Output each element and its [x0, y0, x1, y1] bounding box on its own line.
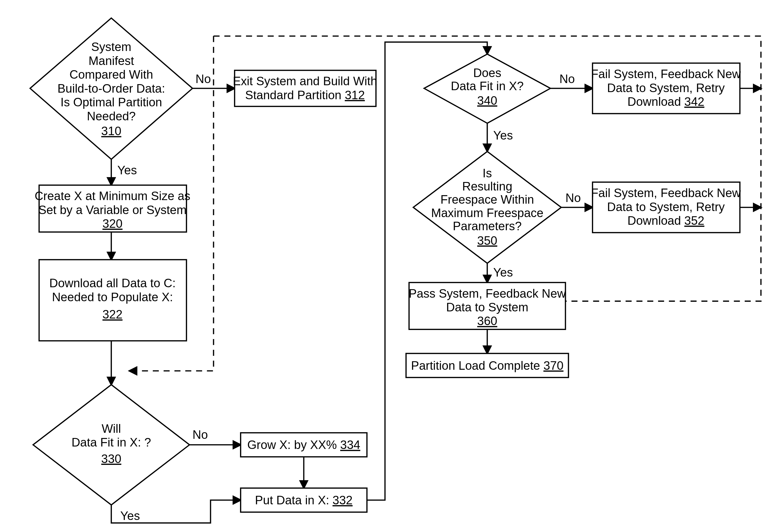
process-370: Partition Load Complete 370 [406, 353, 568, 378]
n342-ref: 342 [684, 95, 704, 108]
n340-ref: 340 [477, 94, 497, 107]
n352-ref: 352 [684, 214, 704, 227]
n360-ref: 360 [477, 314, 497, 328]
n334-text: Grow X: by XX% [247, 438, 337, 451]
process-322: Download all Data to C: Needed to Popula… [39, 260, 186, 341]
n342-l3: Download [628, 95, 681, 108]
edge-340-yes-label: Yes [493, 128, 513, 142]
process-332: Put Data in X: 332 [241, 488, 367, 512]
process-342: Fail System, Feedback New Data to System… [591, 63, 741, 113]
n350-l4: Maximum Freespace [431, 206, 543, 220]
n350-l2: Resulting [462, 180, 512, 193]
n312-l1: Exit System and Build With [233, 74, 378, 88]
n350-ref: 350 [477, 234, 497, 247]
process-360: Pass System, Feedback New Data to System… [409, 282, 566, 330]
n340-l2: Data Fit in X? [451, 79, 524, 92]
n320-l2: Set by a Variable or System [38, 203, 186, 217]
n330-l2: Data Fit in X: ? [72, 435, 151, 449]
n352-l3: Download [628, 214, 681, 227]
n342-l2: Data to System, Retry [607, 81, 725, 94]
svg-text:Partition Load Complete 370: Partition Load Complete 370 [411, 359, 563, 372]
n332-ref: 332 [332, 493, 352, 507]
n350-l5: Parameters? [453, 219, 522, 233]
edge-330-no-label: No [192, 428, 208, 441]
n342-l1: Fail System, Feedback New [591, 67, 741, 81]
decision-340: Does Data Fit in X? 340 [424, 54, 550, 123]
n322-ref: 322 [103, 307, 122, 321]
n360-l2: Data to System [446, 300, 528, 314]
n310-l1: System [91, 40, 131, 53]
edge-350-yes-label: Yes [493, 266, 513, 279]
n370-ref: 370 [543, 359, 563, 372]
n312-ref: 312 [345, 88, 365, 102]
n310-l2: Manifest [88, 54, 134, 68]
n350-l1: Is [483, 166, 492, 180]
edge-330-yes-label: Yes [120, 509, 140, 522]
n310-l6: Needed? [87, 109, 136, 123]
n310-l4: Build-to-Order Data: [57, 82, 165, 95]
n322-l2: Needed to Populate X: [52, 290, 173, 304]
edge-350-no-label: No [565, 191, 581, 204]
decision-330: Will Data Fit in X: ? 330 [33, 385, 189, 505]
decision-310: System Manifest Compared With Build-to-O… [30, 18, 192, 159]
process-352: Fail System, Feedback New Data to System… [591, 182, 741, 233]
process-334: Grow X: by XX% 334 [241, 433, 367, 457]
n334-ref: 334 [340, 438, 360, 451]
n360-l1: Pass System, Feedback New [409, 287, 566, 300]
edge-340-no-label: No [560, 72, 575, 85]
decision-350: Is Resulting Freespace Within Maximum Fr… [413, 152, 561, 263]
n322-l1: Download all Data to C: [49, 276, 176, 290]
n352-l2: Data to System, Retry [607, 200, 725, 214]
svg-text:Download 352: Download 352 [628, 214, 704, 227]
n310-ref: 310 [101, 124, 121, 138]
svg-text:Grow X: by XX% 334: Grow X: by XX% 334 [247, 438, 360, 451]
svg-text:Download 342: Download 342 [628, 95, 704, 108]
n330-l1: Will [102, 422, 121, 435]
n330-ref: 330 [101, 452, 121, 465]
n350-l3: Freespace Within [440, 193, 534, 206]
n370-text: Partition Load Complete [411, 359, 540, 372]
svg-text:Standard Partition 312: Standard Partition 312 [245, 88, 365, 102]
edge-310-yes-label: Yes [117, 163, 137, 177]
n310-l5: Is Optimal Partition [60, 96, 162, 109]
svg-text:Put Data in X: 332: Put Data in X: 332 [255, 493, 353, 507]
edge-310-no-label: No [196, 72, 211, 85]
process-312: Exit System and Build With Standard Part… [233, 70, 378, 107]
n320-l1: Create X at Minimum Size as [35, 189, 190, 202]
process-320: Create X at Minimum Size as Set by a Var… [35, 185, 190, 232]
n332-text: Put Data in X: [255, 493, 329, 507]
n352-l1: Fail System, Feedback New [591, 186, 741, 199]
n320-ref: 320 [103, 217, 122, 230]
n340-l1: Does [473, 66, 501, 79]
flowchart: System Manifest Compared With Build-to-O… [0, 0, 782, 532]
n310-l3: Compared With [69, 68, 153, 81]
n312-l2: Standard Partition [245, 88, 342, 102]
